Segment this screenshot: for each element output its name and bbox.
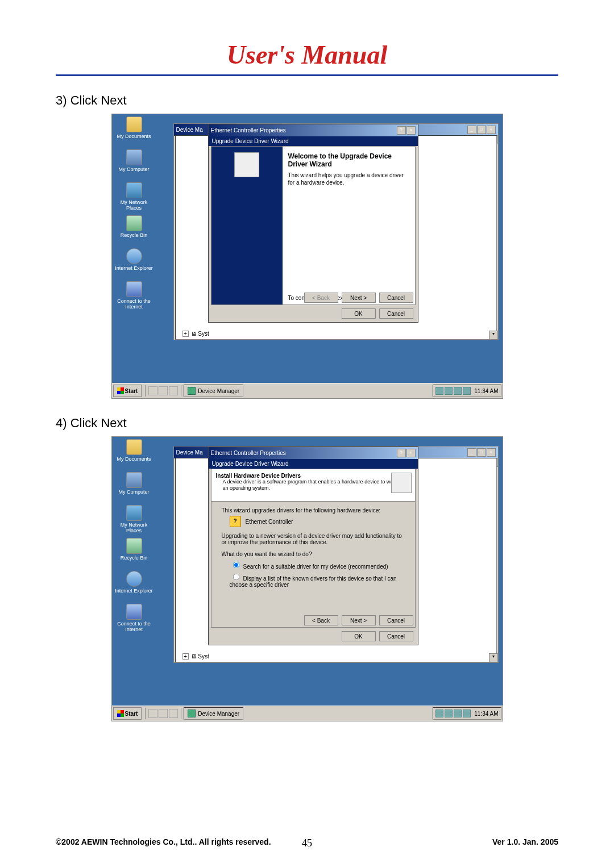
taskbar-task-device-manager[interactable]: Device Manager — [184, 385, 243, 397]
close-button[interactable]: × — [406, 449, 416, 457]
my-documents-icon[interactable]: My Documents — [114, 116, 154, 139]
my-computer-icon[interactable]: My Computer — [114, 149, 154, 172]
next-button[interactable]: Next > — [342, 615, 376, 625]
manual-page: User's Manual 3) Click Next My Documents… — [0, 0, 614, 868]
desktop-icon-label: My Documents — [114, 456, 154, 462]
connect-internet-icon-glyph — [126, 281, 142, 297]
back-button[interactable]: < Back — [304, 615, 338, 625]
quicklaunch-icon[interactable] — [159, 386, 168, 395]
device-manager-window: Device Ma _ □ × ▴ +🖥 Syst ▾ Ethernet Con… — [173, 446, 499, 663]
properties-titlebar: Ethernet Controller Properties ? × — [209, 447, 418, 459]
back-button: < Back — [304, 293, 338, 303]
minimize-button[interactable]: _ — [467, 448, 476, 457]
ok-button[interactable]: OK — [342, 631, 376, 641]
tree-item-label: Syst — [198, 653, 209, 660]
my-network-places-icon[interactable]: My Network Places — [114, 505, 154, 533]
recycle-bin-icon[interactable]: Recycle Bin — [114, 538, 154, 561]
tray-icon[interactable] — [445, 710, 453, 717]
help-button[interactable]: ? — [397, 126, 406, 135]
maximize-button[interactable]: □ — [477, 126, 486, 134]
start-label: Start — [125, 711, 138, 717]
taskbar-task-device-manager[interactable]: Device Manager — [184, 707, 243, 720]
quicklaunch-icon[interactable] — [148, 386, 157, 395]
desktop-icon-label: My Computer — [114, 489, 154, 495]
page-footer: ©2002 AEWIN Technologies Co., Ltd.. All … — [56, 837, 558, 846]
start-button[interactable]: Start — [113, 707, 142, 720]
tray-icon[interactable] — [463, 387, 471, 395]
step-4-heading: 4) Click Next — [56, 416, 558, 431]
screenshot-step-3: My DocumentsMy ComputerMy Network Places… — [111, 114, 503, 399]
option-search-label: Search for a suitable driver for my devi… — [243, 564, 388, 570]
desktop-icon-label: Connect to the Internet — [114, 298, 154, 310]
device-manager-icon — [188, 387, 196, 395]
cancel-button[interactable]: Cancel — [379, 308, 413, 319]
ok-button[interactable]: OK — [342, 308, 376, 319]
device-name: Ethernet Controller — [246, 519, 293, 525]
expand-icon[interactable]: + — [182, 653, 189, 660]
connect-internet-icon[interactable]: Connect to the Internet — [114, 281, 154, 310]
option-list[interactable]: Display a list of the known drivers for … — [230, 571, 405, 588]
internet-explorer-icon-glyph — [126, 248, 142, 264]
desktop-icon-label: Internet Explorer — [114, 265, 154, 271]
properties-title-text: Ethernet Controller Properties — [211, 450, 286, 456]
wizard-body: Install Hardware Device Drivers A device… — [211, 469, 416, 628]
close-button[interactable]: × — [487, 448, 496, 457]
close-button[interactable]: × — [406, 126, 416, 135]
wizard-content: Welcome to the Upgrade Device Driver Wiz… — [283, 147, 415, 304]
my-computer-icon-glyph — [126, 472, 142, 488]
scroll-down-button[interactable]: ▾ — [489, 331, 498, 340]
wizard-head-title: Install Hardware Device Drivers — [216, 473, 410, 479]
tree-item-label: Syst — [198, 331, 209, 337]
internet-explorer-icon[interactable]: Internet Explorer — [114, 571, 154, 594]
window-controls: ? × — [397, 126, 416, 135]
scroll-down-button[interactable]: ▾ — [489, 653, 498, 662]
tray-icon[interactable] — [454, 710, 462, 717]
connect-internet-icon[interactable]: Connect to the Internet — [114, 604, 154, 632]
properties-title-text: Ethernet Controller Properties — [211, 127, 286, 133]
next-button[interactable]: Next > — [342, 293, 376, 303]
radio-search[interactable] — [233, 562, 239, 569]
tray-icon[interactable] — [454, 387, 462, 395]
tray-icon[interactable] — [445, 387, 453, 395]
internet-explorer-icon[interactable]: Internet Explorer — [114, 248, 154, 271]
taskbar: Start Device Manager 11:34 AM — [112, 383, 503, 398]
quicklaunch-icon[interactable] — [169, 386, 178, 395]
clock: 11:34 AM — [474, 388, 498, 394]
recycle-bin-icon-glyph — [126, 538, 142, 554]
cancel-button[interactable]: Cancel — [379, 615, 413, 625]
desktop-icon-label: My Computer — [114, 166, 154, 172]
device-manager-title-text: Device Ma — [176, 449, 203, 456]
my-computer-icon[interactable]: My Computer — [114, 472, 154, 495]
task-label: Device Manager — [198, 711, 239, 717]
wizard-caption: Upgrade Device Driver Wizard — [209, 459, 418, 469]
device-line: ? Ethernet Controller — [230, 516, 405, 527]
tray-icon[interactable] — [435, 387, 443, 395]
tree-item-syst[interactable]: +🖥 Syst — [182, 653, 209, 660]
close-button[interactable]: × — [487, 126, 496, 134]
wizard-head-desc: A device driver is a software program th… — [216, 479, 410, 491]
quicklaunch-icon[interactable] — [159, 709, 168, 718]
radio-list[interactable] — [233, 574, 239, 581]
maximize-button[interactable]: □ — [477, 448, 486, 457]
wizard-caption: Upgrade Device Driver Wizard — [209, 136, 418, 146]
option-search[interactable]: Search for a suitable driver for my devi… — [230, 560, 405, 570]
recycle-bin-icon[interactable]: Recycle Bin — [114, 215, 154, 238]
window-controls: _ □ × — [467, 448, 496, 457]
quicklaunch-icon[interactable] — [169, 709, 178, 718]
window-controls: ? × — [397, 449, 416, 457]
taskbar-separator — [181, 708, 181, 719]
expand-icon[interactable]: + — [182, 331, 189, 337]
help-button[interactable]: ? — [397, 449, 406, 457]
tray-icon[interactable] — [435, 710, 443, 717]
my-network-places-icon-glyph — [126, 182, 142, 198]
cancel-button[interactable]: Cancel — [379, 631, 413, 641]
tree-item-syst[interactable]: +🖥 Syst — [182, 331, 209, 337]
start-button[interactable]: Start — [113, 385, 142, 397]
step-3-heading: 3) Click Next — [56, 93, 558, 108]
minimize-button[interactable]: _ — [467, 126, 476, 134]
tray-icon[interactable] — [463, 710, 471, 717]
quicklaunch-icon[interactable] — [148, 709, 157, 718]
my-network-places-icon[interactable]: My Network Places — [114, 182, 154, 211]
my-documents-icon[interactable]: My Documents — [114, 439, 154, 462]
cancel-button[interactable]: Cancel — [379, 293, 413, 303]
